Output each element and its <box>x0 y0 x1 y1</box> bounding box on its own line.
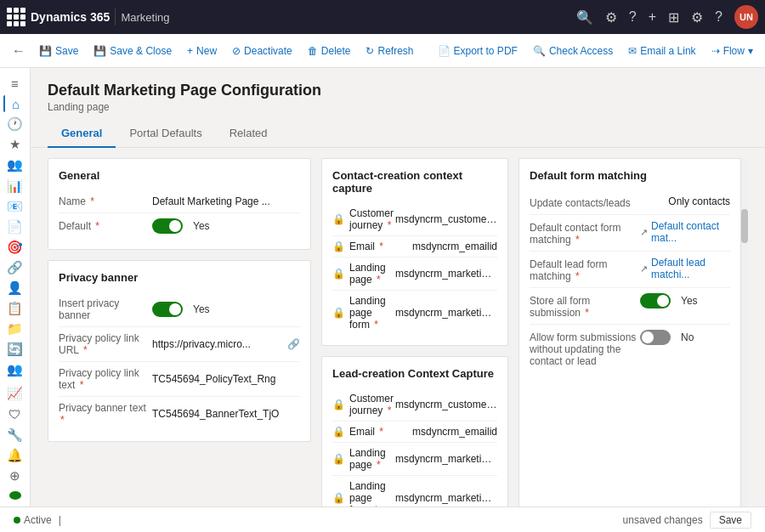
default-toggle[interactable] <box>152 218 183 234</box>
filter-icon[interactable]: ⊞ <box>668 9 679 25</box>
tab-portal-defaults[interactable]: Portal Defaults <box>116 120 215 148</box>
lock-icon-8: 🔒 <box>332 492 344 504</box>
allow-form-toggle-label: No <box>681 331 694 343</box>
sidebar-email-icon[interactable]: 📧 <box>3 198 27 215</box>
sidebar-recent-icon[interactable]: 🕐 <box>3 116 27 133</box>
name-label: Name * <box>59 195 152 207</box>
lc-email-value: msdyncrm_emailid <box>412 426 497 438</box>
unsaved-changes-text: unsaved changes <box>623 514 703 526</box>
sidebar-security-icon[interactable]: 🛡 <box>3 406 27 423</box>
sidebar-settings-icon[interactable]: 🔧 <box>3 427 27 444</box>
check-icon: 🔍 <box>533 45 546 57</box>
tab-general[interactable]: General <box>48 120 116 148</box>
sidebar-pinned-icon[interactable]: ★ <box>3 136 27 153</box>
sidebar-home-icon[interactable]: ⌂ <box>3 95 27 112</box>
user-avatar[interactable]: UN <box>734 5 758 29</box>
dfm-title: Default form matching <box>530 169 730 182</box>
delete-icon: 🗑 <box>308 45 318 57</box>
sidebar-user-status <box>9 491 21 500</box>
sidebar-reports-icon[interactable]: 📈 <box>3 385 27 402</box>
privacy-url-row: Privacy policy link URL * https://privac… <box>59 327 300 362</box>
lock-icon-7: 🔒 <box>332 453 344 465</box>
insert-privacy-label: Insert privacy banner <box>59 297 152 321</box>
delete-button[interactable]: 🗑 Delete <box>301 42 358 60</box>
nav-divider <box>115 8 116 25</box>
sidebar-teams-icon[interactable]: 👥 <box>3 361 27 378</box>
sidebar-alerts-icon[interactable]: 🔔 <box>3 447 27 464</box>
lc-journey-row: 🔒 Customer journey * msdyncrm_customerjo… <box>332 388 497 422</box>
page-title: Default Marketing Page Configuration <box>48 82 748 99</box>
store-all-forms-toggle[interactable] <box>640 293 671 308</box>
sidebar-analytics-icon[interactable]: 📊 <box>3 177 27 194</box>
sidebar-add-icon[interactable]: ⊕ <box>3 467 27 484</box>
url-external-icon[interactable]: 🔗 <box>287 338 300 350</box>
refresh-icon: ↻ <box>366 45 374 57</box>
right-scrollbar[interactable] <box>741 158 748 507</box>
privacy-banner-text-value: TC545694_BannerText_TjO <box>152 408 300 420</box>
question-icon[interactable]: ? <box>715 9 722 25</box>
sidebar-contacts-icon[interactable]: 👥 <box>3 156 27 173</box>
more-button[interactable]: ... <box>762 41 765 60</box>
save-button[interactable]: 💾 Save <box>32 42 85 60</box>
cc-email-value: msdyncrm_emailid <box>412 241 497 252</box>
export-pdf-button[interactable]: 📄 Export to PDF <box>431 42 524 60</box>
default-contact-form-row: Default contact form matching * ↗ Defaul… <box>530 215 730 252</box>
new-button[interactable]: + New <box>180 42 224 60</box>
sidebar-files-icon[interactable]: 📁 <box>3 320 27 337</box>
store-all-forms-toggle-label: Yes <box>681 295 698 307</box>
help-icon[interactable]: ? <box>629 9 637 25</box>
deactivate-button[interactable]: ⊘ Deactivate <box>225 42 299 60</box>
back-button[interactable]: ← <box>7 40 31 62</box>
cc-email-row: 🔒 Email * msdyncrm_emailid <box>332 236 497 258</box>
lock-icon-6: 🔒 <box>332 426 344 438</box>
sidebar-leads-icon[interactable]: 👤 <box>3 280 27 297</box>
flow-button[interactable]: ⇢ Flow ▾ <box>705 42 760 60</box>
search-icon[interactable]: 🔍 <box>576 9 593 25</box>
gear-icon[interactable]: ⚙ <box>691 9 703 25</box>
default-contact-form-value[interactable]: ↗ Default contact mat... <box>640 220 730 244</box>
deactivate-icon: ⊘ <box>232 45 241 57</box>
cc-landing-label: Landing page * <box>349 262 395 286</box>
right-column: Default form matching Update contacts/le… <box>518 158 748 507</box>
status-save-button[interactable]: Save <box>710 512 751 529</box>
sidebar-menu-icon[interactable]: ≡ <box>3 75 27 92</box>
cc-journey-value: msdyncrm_customerjo... <box>395 213 497 225</box>
default-label: Default * <box>59 220 152 232</box>
lc-landing-value: msdyncrm_marketingp... <box>395 453 497 465</box>
privacy-link-text-label: Privacy policy link text * <box>59 367 152 391</box>
flow-icon: ⇢ <box>711 45 720 57</box>
new-record-icon[interactable]: + <box>649 9 656 25</box>
store-all-forms-row: Store all form submission * Yes <box>530 288 730 325</box>
insert-privacy-toggle[interactable] <box>152 302 183 317</box>
email-icon: ✉ <box>628 45 637 57</box>
allow-form-toggle[interactable] <box>640 330 671 345</box>
tab-related[interactable]: Related <box>216 120 281 148</box>
sidebar-forms-icon[interactable]: 📋 <box>3 300 27 317</box>
cc-form-label: Landing page form * <box>349 295 395 331</box>
sidebar-workflows-icon[interactable]: 🔄 <box>3 341 27 358</box>
email-link-button[interactable]: ✉ Email a Link <box>621 42 702 60</box>
cc-form-row: 🔒 Landing page form * msdyncrm_marketing… <box>332 291 497 335</box>
check-access-button[interactable]: 🔍 Check Access <box>526 42 620 60</box>
app-logo[interactable]: Dynamics 365 Marketing <box>7 8 169 26</box>
cc-landing-row: 🔒 Landing page * msdyncrm_marketingp... <box>332 258 497 291</box>
default-lead-form-label: Default lead form matching * <box>530 257 640 282</box>
settings-icon[interactable]: ⚙ <box>605 9 617 25</box>
sidebar-pages-icon[interactable]: 📄 <box>3 218 27 235</box>
grid-icon <box>7 8 26 26</box>
contact-creation-card: Contact-creation context capture 🔒 Custo… <box>321 158 508 346</box>
sidebar-segments-icon[interactable]: 🔗 <box>3 259 27 276</box>
lc-form-label: Landing page form * <box>349 480 395 507</box>
lc-form-value: msdyncrm_marketingf... <box>395 492 497 504</box>
lock-icon-5: 🔒 <box>332 399 344 410</box>
save-close-button[interactable]: 💾 Save & Close <box>87 42 178 60</box>
middle-column: Contact-creation context capture 🔒 Custo… <box>321 158 508 507</box>
cc-landing-value: msdyncrm_marketingp... <box>395 268 497 280</box>
allow-form-label: Allow form submissions without updating … <box>530 330 640 367</box>
content-area: Default Marketing Page Configuration Lan… <box>31 68 765 507</box>
refresh-button[interactable]: ↻ Refresh <box>359 42 420 60</box>
sidebar-journeys-icon[interactable]: 🎯 <box>3 239 27 256</box>
left-sidebar: ≡ ⌂ 🕐 ★ 👥 📊 📧 📄 🎯 🔗 👤 📋 📁 🔄 👥 📈 🛡 🔧 🔔 ⊕ <box>0 68 31 507</box>
default-lead-form-value[interactable]: ↗ Default lead matchi... <box>640 257 730 280</box>
lc-journey-value: msdyncrm_customerjo... <box>395 399 497 410</box>
